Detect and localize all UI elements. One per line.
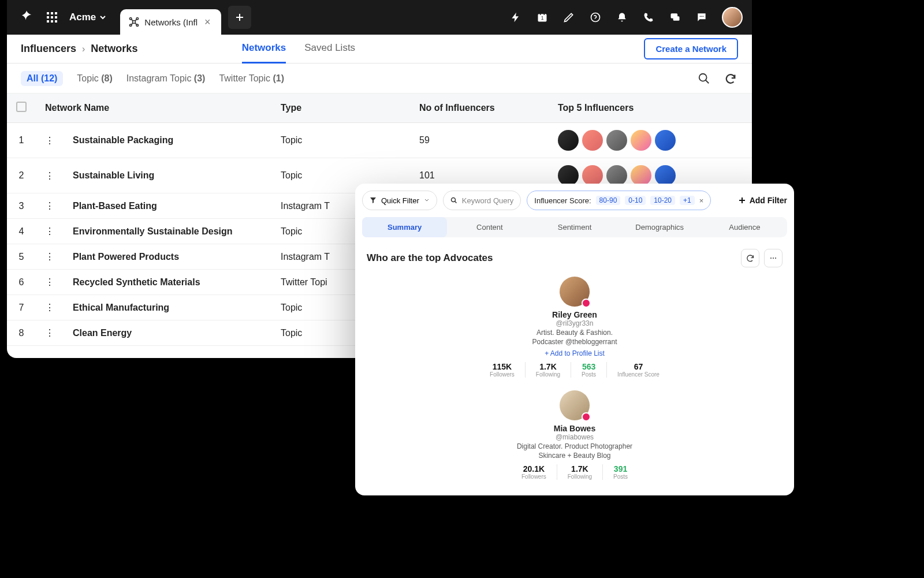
col-top-influencers[interactable]: Top 5 Influencers	[549, 94, 752, 123]
advocate-name: Mia Bowes	[378, 424, 771, 433]
keyword-query-input[interactable]: Keyword Query	[443, 191, 521, 210]
influencer-avatar[interactable]	[582, 130, 603, 151]
col-influencer-count[interactable]: No of Influencers	[410, 94, 549, 123]
breadcrumb-root[interactable]: Influencers	[21, 43, 76, 55]
row-menu-icon[interactable]: ⋮	[36, 270, 64, 295]
svg-point-9	[133, 21, 136, 24]
user-avatar[interactable]	[722, 7, 743, 28]
network-name: Plant-Based Eating	[64, 193, 271, 219]
score-chip[interactable]: 10-20	[650, 196, 675, 205]
svg-rect-3	[47, 16, 49, 18]
browser-tab[interactable]: Networks (Infl ×	[120, 9, 221, 35]
influencer-score-filter[interactable]: Influencer Score: 80-90 0-10 10-20 +1 ×	[527, 191, 711, 210]
svg-rect-5	[55, 16, 57, 18]
bolt-icon[interactable]	[509, 11, 522, 24]
select-all-checkbox[interactable]	[16, 102, 27, 112]
influencer-avatar[interactable]	[655, 130, 676, 151]
message-icon[interactable]	[695, 11, 708, 24]
influencer-detail-panel: Quick Filter Keyword Query Influencer Sc…	[355, 184, 794, 495]
calendar-icon[interactable]: 1	[536, 11, 549, 24]
row-menu-icon[interactable]: ⋮	[36, 193, 64, 219]
influencer-avatar[interactable]	[606, 130, 627, 151]
influencer-avatar[interactable]	[631, 130, 651, 151]
influencer-count: 59	[410, 123, 549, 158]
chat-icon[interactable]	[669, 11, 681, 24]
create-network-button[interactable]: Create a Network	[644, 38, 738, 59]
table-row[interactable]: 1 ⋮ Sustainable Packaging Topic 59	[7, 123, 752, 158]
col-type[interactable]: Type	[271, 94, 410, 123]
edit-icon[interactable]	[562, 11, 575, 24]
network-name: Environmentally Sustainable Design	[64, 219, 271, 244]
instagram-badge-icon	[582, 299, 591, 308]
col-network-name[interactable]: Network Name	[36, 94, 271, 123]
section-title: Who are the top Advocates	[367, 252, 493, 264]
influencer-avatar[interactable]	[582, 165, 603, 186]
stat: 20.1KFollowers	[511, 464, 557, 480]
row-menu-icon[interactable]: ⋮	[36, 219, 64, 244]
svg-rect-8	[55, 20, 57, 23]
search-icon[interactable]	[696, 71, 711, 86]
stat: 67Influencer Score	[607, 362, 670, 378]
add-filter-button[interactable]: Add Filter	[738, 196, 787, 205]
row-menu-icon[interactable]: ⋮	[36, 320, 64, 346]
advocate-name: Riley Green	[378, 310, 771, 319]
tab-sentiment[interactable]: Sentiment	[532, 217, 617, 237]
app-logo-icon	[16, 7, 37, 28]
advocate-avatar[interactable]	[560, 390, 590, 420]
advocate-avatar[interactable]	[560, 277, 590, 307]
score-chip[interactable]: 0-10	[625, 196, 646, 205]
refresh-icon[interactable]	[723, 71, 738, 86]
bell-icon[interactable]	[616, 11, 628, 24]
influencer-avatar[interactable]	[558, 130, 579, 151]
influencer-avatar[interactable]	[655, 165, 676, 186]
row-menu-icon[interactable]: ⋮	[36, 244, 64, 270]
score-chip[interactable]: 80-90	[596, 196, 621, 205]
filter-chip[interactable]: All (12)	[21, 71, 63, 86]
row-index: 7	[7, 295, 36, 320]
stat: 115KFollowers	[479, 362, 526, 378]
new-tab-button[interactable]	[228, 6, 251, 29]
tab-demographics[interactable]: Demographics	[617, 217, 702, 237]
filter-chip[interactable]: Twitter Topic (1)	[219, 73, 284, 84]
advocate-bio: Artist. Beauty & Fashion.	[378, 329, 771, 337]
influencer-avatar[interactable]	[558, 165, 579, 186]
stat: 563Posts	[571, 362, 607, 378]
workspace-selector[interactable]: Acme	[62, 12, 113, 23]
quick-filter-button[interactable]: Quick Filter	[362, 191, 437, 210]
influencer-avatar[interactable]	[606, 165, 627, 186]
influencer-avatar[interactable]	[631, 165, 651, 186]
tab-audience[interactable]: Audience	[702, 217, 787, 237]
phone-icon[interactable]	[642, 11, 655, 24]
chevron-right-icon: ›	[82, 44, 85, 54]
svg-rect-20	[673, 16, 680, 21]
row-menu-icon[interactable]: ⋮	[36, 295, 64, 320]
row-menu-icon[interactable]: ⋮	[36, 158, 64, 193]
tab-networks[interactable]: Networks	[242, 34, 286, 64]
help-icon[interactable]	[589, 11, 602, 24]
app-menu-icon[interactable]	[42, 7, 62, 28]
clear-score-icon[interactable]: ×	[699, 196, 704, 205]
filter-chip[interactable]: Instagram Topic (3)	[126, 73, 206, 84]
top-influencers	[549, 123, 752, 158]
svg-point-11	[136, 18, 138, 20]
tab-content[interactable]: Content	[447, 217, 532, 237]
tab-title: Networks (Infl	[144, 17, 198, 27]
filter-icon	[370, 197, 377, 204]
svg-point-23	[703, 16, 704, 17]
refresh-icon[interactable]	[741, 249, 759, 267]
advocate-bio: Podcaster @thebloggerrant	[378, 338, 771, 346]
more-icon[interactable]	[764, 249, 783, 267]
close-icon[interactable]: ×	[202, 16, 213, 28]
svg-rect-0	[47, 12, 49, 14]
add-to-profile-list[interactable]: + Add to Profile List	[378, 349, 771, 357]
tab-saved-lists[interactable]: Saved Lists	[304, 34, 355, 64]
row-index: 6	[7, 270, 36, 295]
filter-chip[interactable]: Topic (8)	[77, 73, 112, 84]
plus-icon	[738, 196, 746, 204]
tab-summary[interactable]: Summary	[362, 217, 447, 237]
score-chip[interactable]: +1	[680, 196, 695, 205]
row-menu-icon[interactable]: ⋮	[36, 123, 64, 158]
svg-point-10	[130, 18, 132, 20]
svg-rect-4	[51, 16, 53, 18]
svg-point-27	[773, 258, 774, 259]
